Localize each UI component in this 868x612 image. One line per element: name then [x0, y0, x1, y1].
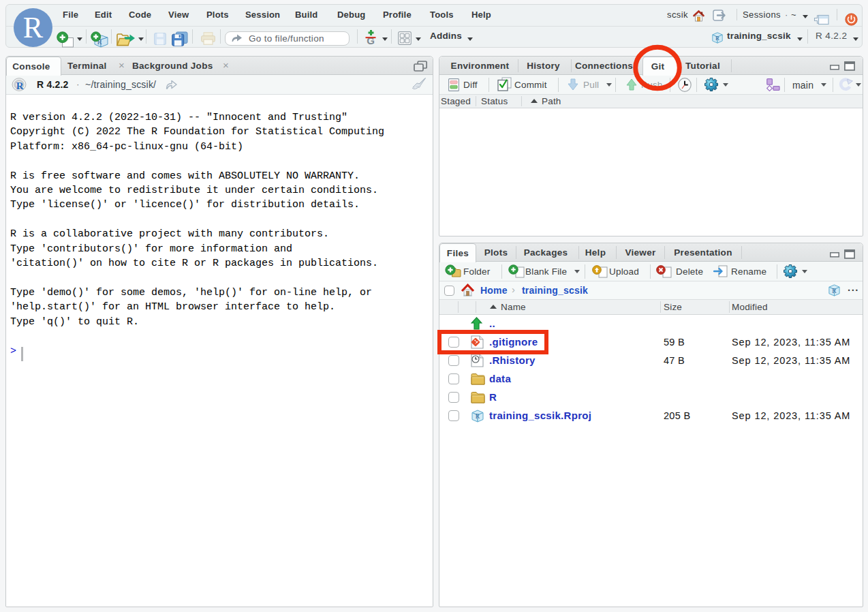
- svg-text:G: G: [367, 35, 375, 46]
- svg-text:R: R: [16, 80, 24, 91]
- svg-text:R: R: [832, 288, 837, 294]
- svg-text:R: R: [476, 413, 480, 420]
- svg-text:R: R: [715, 35, 719, 42]
